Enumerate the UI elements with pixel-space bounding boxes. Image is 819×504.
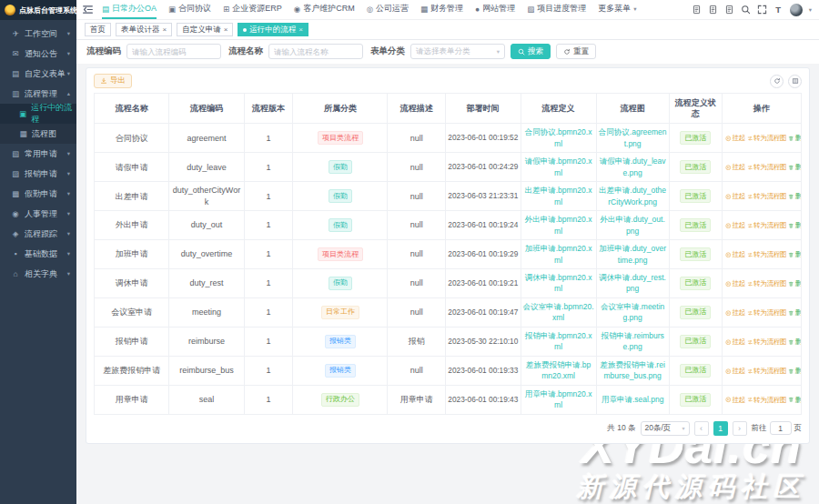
delete-action[interactable]: 删除 [788,338,801,347]
sidebar-item-process-track[interactable]: ◈流程跟踪▾ [0,224,76,244]
page-number-current[interactable]: 1 [713,421,728,436]
suspend-action[interactable]: 挂起 [725,134,745,143]
top-nav-finance[interactable]: ▦财务管理 [420,0,463,19]
diagram-link[interactable]: 加班申请.duty_overtime.png [599,244,666,264]
delete-action[interactable]: 删除 [788,250,801,259]
convert-action[interactable]: 转为流程图 [747,192,787,201]
convert-action[interactable]: 转为流程图 [747,396,787,405]
convert-action[interactable]: 转为流程图 [747,134,787,143]
user-avatar[interactable] [790,4,803,16]
doc-icon[interactable] [692,5,702,15]
definition-link[interactable]: 合同协议.bpmn20.xml [525,127,592,147]
top-nav-project[interactable]: ▧项目进度管理 [527,0,586,19]
export-button[interactable]: 导出 [94,74,132,88]
diagram-link[interactable]: 用章申请.seal.png [602,395,664,404]
definition-link[interactable]: 加班申请.bpmn20.xml [525,244,592,264]
suspend-action[interactable]: 挂起 [725,221,745,230]
font-size-icon[interactable]: T [774,5,784,15]
top-nav-erp[interactable]: ⊞企业资源ERP [223,0,282,19]
convert-action[interactable]: 转为流程图 [747,279,787,288]
diagram-link[interactable]: 出差申请.duty_otherCityWork.png [599,186,666,206]
sidebar-item-attendance-apply[interactable]: ▩假勤申请▾ [0,184,76,204]
delete-action[interactable]: 删除 [788,396,801,405]
doc-icon[interactable] [724,5,734,15]
top-nav-website[interactable]: ●网站管理 [475,0,515,19]
definition-link[interactable]: 报销申请.bpmn20.xml [525,331,592,351]
sidebar-item-notice[interactable]: ✉通知公告▾ [0,44,76,64]
search-icon[interactable] [741,5,751,15]
sidebar-item-reimburse-apply[interactable]: ▨报销申请▾ [0,164,76,184]
close-icon[interactable]: × [163,25,167,34]
next-page-button[interactable]: › [733,421,747,436]
sidebar-item-process-diagram[interactable]: ▦流程图 [0,124,76,144]
top-nav-more[interactable]: 更多菜单▾ [598,0,636,19]
delete-action[interactable]: 删除 [788,192,801,201]
suspend-action[interactable]: 挂起 [725,396,745,405]
prev-page-button[interactable]: ‹ [694,421,709,436]
definition-link[interactable]: 请假申请.bpmn20.xml [525,156,592,176]
fullscreen-icon[interactable] [757,5,767,15]
diagram-link[interactable]: 外出申请.duty_out.png [600,215,664,235]
top-nav-crm[interactable]: ◉客户维护CRM [294,0,355,19]
tab-form-designer[interactable]: 表单设计器× [116,23,172,36]
tab-running-process[interactable]: 运行中的流程× [238,23,308,36]
close-icon[interactable]: × [298,25,303,34]
sidebar-toggle-icon[interactable] [82,4,94,15]
process-code-input[interactable] [126,44,221,59]
diagram-link[interactable]: 会议室申请.meeting.png [601,302,664,322]
process-name-input[interactable] [268,44,363,59]
suspend-action[interactable]: 挂起 [725,279,745,288]
diagram-link[interactable]: 调休申请.duty_rest.png [599,273,666,293]
top-nav-oa[interactable]: ▤日常办公OA [102,0,157,19]
convert-action[interactable]: 转为流程图 [747,367,787,376]
convert-action[interactable]: 转为流程图 [747,163,787,172]
diagram-link[interactable]: 差旅费报销申请.reimburse_bus.png [600,360,664,380]
sidebar-item-dict[interactable]: ⌂相关字典▾ [0,264,76,284]
page-size-select[interactable]: 20条/页 ▾ [641,421,690,436]
search-button[interactable]: 搜索 [511,44,551,59]
convert-action[interactable]: 转为流程图 [747,221,787,230]
diagram-link[interactable]: 请假申请.duty_leave.png [600,156,666,176]
close-icon[interactable]: × [224,25,228,34]
goto-page-input[interactable] [770,421,792,435]
columns-button[interactable] [788,75,802,88]
sidebar-item-workspace[interactable]: ✈工作空间▾ [0,24,76,44]
convert-action[interactable]: 转为流程图 [747,308,787,318]
convert-action[interactable]: 转为流程图 [747,338,787,347]
delete-action[interactable]: 删除 [788,367,801,376]
delete-action[interactable]: 删除 [788,308,801,318]
refresh-button[interactable] [770,75,784,88]
suspend-action[interactable]: 挂起 [725,163,745,172]
delete-action[interactable]: 删除 [788,134,801,143]
definition-link[interactable]: 会议室申请.bpmn20.xml [523,302,594,322]
delete-action[interactable]: 删除 [788,221,801,230]
sidebar-item-hr-mgmt[interactable]: ◉人事管理▾ [0,204,76,224]
diagram-link[interactable]: 报销申请.reimburse.png [601,331,663,351]
sidebar-item-running-process[interactable]: ▣运行中的流程 [0,104,76,124]
definition-link[interactable]: 用章申请.bpmn20.xml [525,389,592,409]
sidebar-item-custom-form[interactable]: ▤自定义表单▾ [0,64,76,84]
delete-action[interactable]: 删除 [788,163,801,172]
suspend-action[interactable]: 挂起 [725,192,745,201]
convert-action[interactable]: 转为流程图 [747,250,787,259]
form-category-select[interactable]: 请选择表单分类▾ [410,44,505,59]
definition-link[interactable]: 调休申请.bpmn20.xml [525,273,592,293]
definition-link[interactable]: 外出申请.bpmn20.xml [525,215,592,235]
sidebar-item-common-apply[interactable]: ▧常用申请▾ [0,144,76,164]
reset-button[interactable]: 重置 [556,44,596,59]
suspend-action[interactable]: 挂起 [725,338,745,347]
sidebar-item-base-data[interactable]: ▪基础数据▾ [0,244,76,264]
chevron-down-icon[interactable]: ▾ [809,6,812,14]
doc-icon[interactable] [708,5,718,15]
definition-link[interactable]: 差旅费报销申请.bpmn20.xml [526,360,591,380]
sidebar-item-process-mgmt[interactable]: ▥流程管理▴ [0,84,76,104]
definition-link[interactable]: 出差申请.bpmn20.xml [525,186,592,206]
top-nav-contract[interactable]: ▣合同协议 [168,0,211,19]
delete-action[interactable]: 删除 [788,279,801,288]
diagram-link[interactable]: 合同协议.agreement.png [599,127,667,147]
tab-custom-apply[interactable]: 自定义申请× [177,23,233,36]
suspend-action[interactable]: 挂起 [725,308,745,318]
top-nav-company[interactable]: ◎公司运营 [367,0,409,19]
tab-home[interactable]: 首页 [85,23,111,36]
suspend-action[interactable]: 挂起 [725,250,745,259]
